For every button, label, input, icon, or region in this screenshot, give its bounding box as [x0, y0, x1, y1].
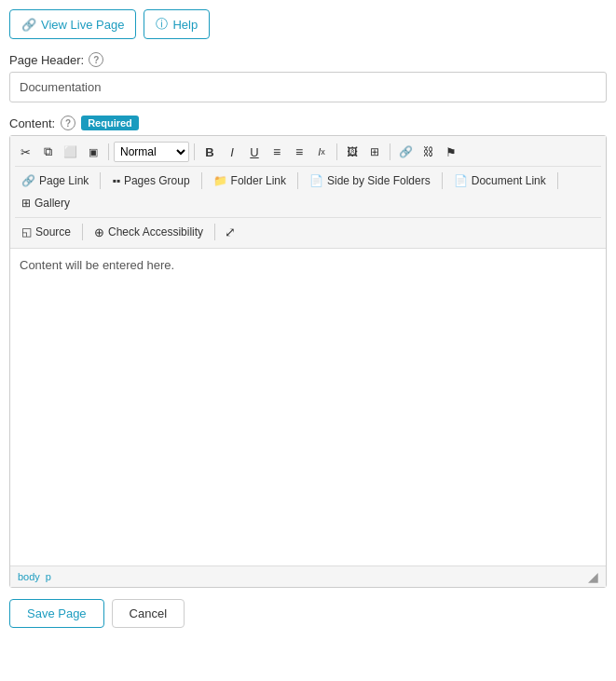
content-label-row: Content: ? Required: [9, 116, 607, 130]
statusbar-tag-p: p: [46, 571, 51, 582]
gallery-button[interactable]: ⊞ Gallery: [15, 193, 76, 213]
sep-9: [557, 172, 558, 189]
source-icon: ◱: [21, 225, 32, 238]
folder-link-icon: 📁: [213, 174, 227, 187]
flag-button[interactable]: ⚑: [441, 142, 461, 162]
editor-statusbar: body p ◢: [10, 565, 606, 587]
side-by-side-icon: 📄: [309, 174, 323, 187]
image-button[interactable]: 🖼: [342, 142, 363, 162]
sep-5: [100, 172, 101, 189]
sep-6: [201, 172, 202, 189]
sep-4: [390, 143, 390, 160]
save-page-button[interactable]: Save Page: [9, 599, 104, 628]
cut-button[interactable]: ✂: [15, 142, 35, 162]
gallery-label: Gallery: [34, 197, 70, 210]
side-by-side-button[interactable]: 📄 Side by Side Folders: [303, 170, 437, 191]
sep-10: [82, 224, 83, 240]
sep-8: [442, 172, 443, 189]
pages-group-button[interactable]: ▪▪ Pages Group: [105, 170, 196, 191]
fullscreen-button[interactable]: ⤢: [220, 222, 240, 242]
resize-handle[interactable]: ◢: [588, 569, 598, 584]
statusbar-tag-body: body: [18, 571, 40, 582]
document-link-button[interactable]: 📄 Document Link: [447, 170, 553, 191]
top-bar: 🔗 View Live Page ⓘ Help: [9, 9, 607, 39]
unlink-button[interactable]: ⛓: [418, 142, 439, 162]
check-accessibility-label: Check Accessibility: [108, 225, 203, 238]
gallery-icon: ⊞: [21, 197, 31, 210]
source-button[interactable]: ◱ Source: [15, 222, 77, 242]
bold-button[interactable]: B: [199, 142, 220, 162]
unordered-list-button[interactable]: ≡: [289, 142, 309, 162]
cancel-button[interactable]: Cancel: [112, 599, 185, 628]
page-link-button[interactable]: 🔗 Page Link: [15, 170, 95, 191]
document-link-label: Document Link: [472, 174, 546, 187]
page-header-help-icon[interactable]: ?: [89, 52, 103, 67]
copy-button[interactable]: ⧉: [37, 142, 58, 162]
toolbar: ✂ ⧉ ⬜ ▣ Normal Heading 1 Heading 2 Headi…: [10, 136, 606, 249]
side-by-side-label: Side by Side Folders: [327, 174, 431, 187]
editor-content-area[interactable]: Content will be entered here.: [10, 249, 606, 565]
document-link-icon: 📄: [454, 174, 468, 187]
ordered-list-button[interactable]: ≡: [267, 142, 287, 162]
help-icon: ⓘ: [156, 16, 168, 33]
toolbar-row-3: ◱ Source ⊕ Check Accessibility ⤢: [15, 217, 601, 244]
remove-format-button[interactable]: Ix: [311, 142, 332, 162]
link-button[interactable]: 🔗: [395, 142, 417, 162]
statusbar-tags: body p: [18, 571, 51, 582]
sep-2: [194, 143, 195, 160]
paste-plain-button[interactable]: ▣: [83, 142, 103, 162]
editor-wrapper: ✂ ⧉ ⬜ ▣ Normal Heading 1 Heading 2 Headi…: [9, 135, 607, 588]
content-help-icon[interactable]: ?: [61, 116, 75, 130]
view-live-button[interactable]: 🔗 View Live Page: [9, 9, 136, 39]
help-button[interactable]: ⓘ Help: [144, 9, 210, 39]
toolbar-row-2: 🔗 Page Link ▪▪ Pages Group 📁 Folder Link…: [15, 166, 601, 215]
accessibility-icon: ⊕: [94, 225, 104, 239]
italic-button[interactable]: I: [222, 142, 242, 162]
folder-link-button[interactable]: 📁 Folder Link: [207, 170, 293, 191]
source-label: Source: [35, 225, 71, 238]
page-header-input[interactable]: [9, 72, 607, 102]
sep-3: [336, 143, 337, 160]
paste-button[interactable]: ⬜: [60, 142, 81, 162]
sep-7: [297, 172, 298, 189]
sep-11: [214, 224, 215, 240]
content-label: Content:: [9, 116, 55, 130]
view-live-icon: 🔗: [21, 18, 36, 32]
format-select[interactable]: Normal Heading 1 Heading 2 Heading 3: [114, 142, 189, 162]
pages-group-icon: ▪▪: [112, 174, 120, 187]
help-label: Help: [172, 18, 198, 32]
view-live-label: View Live Page: [41, 18, 124, 32]
check-accessibility-button[interactable]: ⊕ Check Accessibility: [88, 222, 210, 242]
required-badge: Required: [81, 116, 139, 130]
underline-button[interactable]: U: [244, 142, 265, 162]
page-link-label: Page Link: [39, 174, 89, 187]
bottom-bar: Save Page Cancel: [9, 599, 607, 628]
editor-placeholder-text: Content will be entered here.: [20, 258, 174, 272]
page-header-label: Page Header:: [9, 53, 84, 67]
toolbar-row-1: ✂ ⧉ ⬜ ▣ Normal Heading 1 Heading 2 Headi…: [15, 140, 601, 164]
page-link-icon: 🔗: [21, 174, 35, 187]
table-button[interactable]: ⊞: [364, 142, 385, 162]
pages-group-label: Pages Group: [124, 174, 190, 187]
sep-1: [108, 143, 109, 160]
page-header-label-row: Page Header: ?: [9, 52, 607, 67]
folder-link-label: Folder Link: [231, 174, 286, 187]
